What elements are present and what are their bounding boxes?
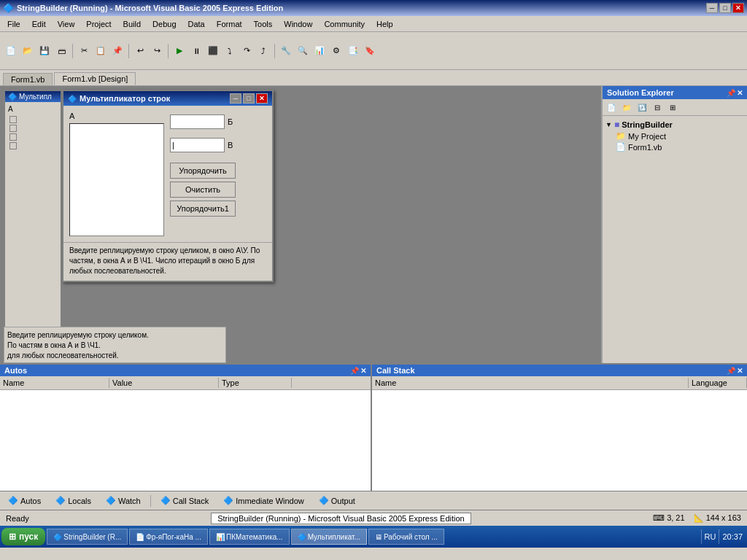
dialog-status-text: Введите реплицируемую строку целиком, в … <box>63 242 272 281</box>
btn-uporyadochit[interactable]: Упорядочить <box>170 163 236 179</box>
se-btn-3[interactable]: 🔃 <box>635 101 649 114</box>
toolbar-step-over[interactable]: ↷ <box>239 43 255 59</box>
menu-tools[interactable]: Tools <box>248 18 279 30</box>
input-v[interactable] <box>170 138 225 152</box>
form-checkbox-1[interactable] <box>9 116 17 123</box>
dialog-maximize-button[interactable]: □ <box>243 93 255 104</box>
dialog-minimize-button[interactable]: ─ <box>230 93 241 104</box>
dialog-icon: 🔷 <box>68 95 77 103</box>
tab-autos[interactable]: 🔷 Autos <box>3 494 46 508</box>
v-row: В <box>170 138 254 152</box>
se-project-name: StringBuilder <box>622 120 673 129</box>
autos-tab-icon: 🔷 <box>8 496 18 505</box>
bottom-panels: Autos 📌 ✕ Name Value Type Call Stack 📌 ✕… <box>0 363 747 491</box>
se-project-node[interactable]: ▼ ■ StringBuilder <box>605 119 744 131</box>
btn-ochistit[interactable]: Очистить <box>170 182 236 198</box>
cs-pin-button[interactable]: 📌 <box>727 367 735 375</box>
string-multiplier-dialog: 🔷 Мультипликатор строк ─ □ ✕ А <box>62 90 274 282</box>
menu-project[interactable]: Project <box>80 18 117 30</box>
menu-file[interactable]: File <box>1 18 26 30</box>
toolbar-save2[interactable]: 🗃 <box>53 43 69 59</box>
toolbar-misc2[interactable]: 🔍 <box>295 43 311 59</box>
cursor-pos-label: ⌨ <box>653 513 665 522</box>
tab-immediate[interactable]: 🔷 Immediate Window <box>218 494 309 508</box>
taskbar-item-3[interactable]: 📊 ПКМатематика... <box>209 529 290 545</box>
taskbar-time: 20:37 <box>722 532 743 541</box>
se-btn-4[interactable]: ⊟ <box>650 101 665 114</box>
btn-uporyadochit1[interactable]: Упорядочить1 <box>170 201 236 217</box>
menu-format[interactable]: Format <box>211 18 248 30</box>
dialog-close-button[interactable]: ✕ <box>256 93 268 104</box>
toolbar-step-out[interactable]: ⤴ <box>255 43 271 59</box>
se-close-button[interactable]: ✕ <box>737 89 743 97</box>
status-text-content: Введите реплицируемую строку целиком, в … <box>69 246 260 275</box>
se-form1vb-item[interactable]: 📄 Form1.vb <box>605 141 744 152</box>
taskbar-sep <box>701 529 702 544</box>
solution-explorer-titlebar: Solution Explorer 📌 ✕ <box>603 86 747 99</box>
toolbar-paste[interactable]: 📌 <box>109 43 125 59</box>
cs-close-button[interactable]: ✕ <box>737 367 743 375</box>
menu-build[interactable]: Build <box>117 18 147 30</box>
tab-watch[interactable]: 🔷 Watch <box>101 494 146 508</box>
menu-view[interactable]: View <box>52 18 81 30</box>
se-pin-button[interactable]: 📌 <box>727 89 735 97</box>
textarea-a[interactable] <box>69 123 164 236</box>
toolbar-cut[interactable]: ✂ <box>76 43 92 59</box>
form-checkbox-2[interactable] <box>9 125 17 132</box>
start-button[interactable]: ⊞ пуск <box>1 528 45 545</box>
toolbar-undo[interactable]: ↩ <box>132 43 148 59</box>
autos-pin-button[interactable]: 📌 <box>350 367 359 375</box>
input-b[interactable] <box>170 114 225 129</box>
minimize-button[interactable]: ─ <box>706 3 718 13</box>
status-center-text: StringBuilder (Running) - Microsoft Visu… <box>217 514 465 523</box>
callstack-tab-icon: 🔷 <box>160 496 171 505</box>
taskbar-item-5[interactable]: 🖥 Рабочий стол ... <box>368 529 444 545</box>
taskbar-item-1[interactable]: 🔷 StringBuilder (R... <box>47 529 128 545</box>
toolbar-misc4[interactable]: ⚙ <box>328 43 344 59</box>
toolbar-save[interactable]: 💾 <box>36 43 53 59</box>
se-btn-5[interactable]: ⊞ <box>665 101 680 114</box>
toolbar-run[interactable]: ▶ <box>171 43 187 59</box>
tab-form1-design[interactable]: Form1.vb [Design] <box>54 72 136 85</box>
toolbar-pause[interactable]: ⏸ <box>188 43 204 59</box>
menu-community[interactable]: Community <box>318 18 371 30</box>
toolbar-misc3[interactable]: 📊 <box>311 43 328 59</box>
tab-callstack[interactable]: 🔷 Call Stack <box>155 494 214 508</box>
toolbar-redo[interactable]: ↪ <box>149 43 165 59</box>
b-row: Б <box>170 114 254 129</box>
tab-form1vb[interactable]: Form1.vb <box>3 73 53 85</box>
toolbar-misc5[interactable]: 📑 <box>345 43 361 59</box>
form-checkbox-4[interactable] <box>9 142 17 149</box>
tab-locals[interactable]: 🔷 Locals <box>50 494 96 508</box>
form-checkbox-3[interactable] <box>9 133 17 141</box>
solution-explorer: Solution Explorer 📌 ✕ 📄 📁 🔃 ⊟ ⊞ ▼ ■ Stri… <box>601 86 747 363</box>
toolbar-new[interactable]: 📄 <box>3 43 19 59</box>
menu-help[interactable]: Help <box>371 18 399 30</box>
toolbar-step-in[interactable]: ⤵ <box>222 43 238 59</box>
menu-edit[interactable]: Edit <box>26 18 52 30</box>
se-btn-1[interactable]: 📄 <box>604 101 619 114</box>
se-expand-icon: ▼ <box>605 121 612 128</box>
toolbar-stop[interactable]: ⬛ <box>205 43 221 59</box>
se-myproject-label: My Project <box>628 132 666 141</box>
autos-close-button[interactable]: ✕ <box>360 367 366 375</box>
taskbar-label-1: StringBuilder (R... <box>63 533 121 541</box>
maximize-button[interactable]: □ <box>719 3 731 13</box>
menu-debug[interactable]: Debug <box>147 18 182 30</box>
menu-window[interactable]: Window <box>278 18 318 30</box>
se-myproject-item[interactable]: 📁 My Project <box>605 131 744 141</box>
menu-data[interactable]: Data <box>182 18 211 30</box>
toolbar-copy[interactable]: 📋 <box>93 43 109 59</box>
close-button[interactable]: ✕ <box>732 3 744 13</box>
cs-col-lang: Language <box>689 378 747 388</box>
tab-output[interactable]: 🔷 Output <box>314 494 360 508</box>
taskbar-item-4[interactable]: 🔷 Мультипликат... <box>291 529 367 545</box>
toolbar-misc1[interactable]: 🔧 <box>278 43 294 59</box>
taskbar-item-2[interactable]: 📄 Фр-яПог-каНа ... <box>129 529 208 545</box>
se-btn-2[interactable]: 📁 <box>619 101 634 114</box>
dialog-titlebar: 🔷 Мультипликатор строк ─ □ ✕ <box>63 91 272 106</box>
status-bar: Ready StringBuilder (Running) - Microsof… <box>0 510 747 526</box>
toolbar-open[interactable]: 📂 <box>20 43 36 59</box>
form-designer: 🔷 Мультипл А <box>4 90 62 352</box>
toolbar-misc6[interactable]: 🔖 <box>362 43 378 59</box>
